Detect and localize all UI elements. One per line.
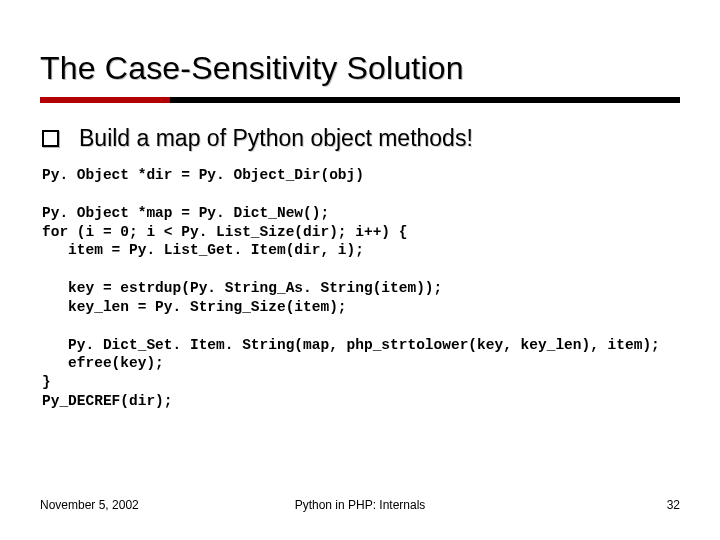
footer: November 5, 2002 Python in PHP: Internal… — [40, 498, 680, 512]
title-rule — [40, 97, 680, 103]
slide: The Case-Sensitivity Solution Build a ma… — [0, 0, 720, 540]
slide-title: The Case-Sensitivity Solution — [40, 0, 680, 93]
footer-page: 32 — [667, 498, 680, 512]
title-rule-accent — [40, 97, 170, 103]
code-block: Py. Object *dir = Py. Object_Dir(obj) Py… — [42, 166, 680, 411]
bullet-row: Build a map of Python object methods! — [40, 125, 680, 152]
bullet-icon — [42, 130, 59, 147]
footer-date: November 5, 2002 — [40, 498, 139, 512]
bullet-text: Build a map of Python object methods! — [79, 125, 473, 152]
